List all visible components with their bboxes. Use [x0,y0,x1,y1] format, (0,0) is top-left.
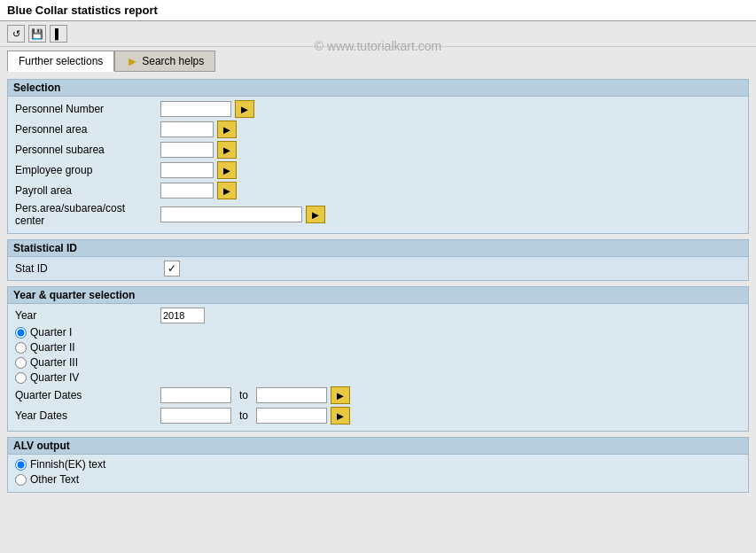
quarter-dates-to-label: to [235,389,253,401]
tab-search-helps[interactable]: ► Search helps [114,51,215,72]
selection-header: Selection [8,80,748,97]
personnel-number-label: Personnel Number [15,103,157,115]
payroll-area-row: Payroll area ► [15,182,741,199]
print-icon[interactable]: ▌ [50,25,67,43]
finnish-ek-radio[interactable] [15,459,27,471]
quarter-i-radio[interactable] [15,327,27,339]
personnel-area-arrow[interactable]: ► [217,121,237,138]
year-dates-to-label: to [235,409,253,422]
finnish-ek-label: Finnish(EK) text [30,458,105,471]
year-input[interactable] [160,308,205,323]
main-content: Selection Personnel Number ► Personnel a… [0,75,756,502]
year-dates-row: Year Dates to ► [15,407,741,424]
payroll-area-input[interactable] [160,183,214,199]
personnel-subarea-row: Personnel subarea ► [15,141,741,159]
personnel-area-row: Personnel area ► [15,121,741,138]
save-icon[interactable]: 💾 [28,25,46,43]
alv-output-body: Finnish(EK) text Other Text [8,455,748,492]
alv-output-section: ALV output Finnish(EK) text Other Text [7,437,749,493]
page-title: Blue Collar statistics report [7,4,158,17]
pers-area-cost-center-input[interactable] [160,206,302,222]
year-label: Year [15,309,157,322]
quarter-dates-to-input[interactable] [256,387,327,403]
quarter-dates-arrow[interactable]: ► [331,386,350,404]
employee-group-arrow[interactable]: ► [217,161,237,179]
quarter-ii-row: Quarter II [15,341,741,354]
personnel-subarea-input[interactable] [160,142,214,158]
quarter-ii-radio[interactable] [15,342,27,354]
year-dates-to-input[interactable] [256,408,327,424]
stat-id-checkbox[interactable]: ✓ [164,261,180,276]
stat-id-label: Stat ID [15,262,157,275]
search-helps-label: Search helps [142,55,204,67]
quarter-dates-row: Quarter Dates to ► [15,386,741,404]
quarter-dates-from-input[interactable] [160,387,231,403]
back-icon[interactable]: ↺ [7,25,25,43]
year-quarter-section: Year & quarter selection Year Quarter I … [7,286,749,432]
employee-group-input[interactable] [160,162,214,178]
pers-area-cost-center-arrow[interactable]: ► [306,206,325,223]
selection-body: Personnel Number ► Personnel area ► Pers… [8,97,748,233]
statistical-id-header: Statistical ID [8,240,748,257]
year-quarter-header: Year & quarter selection [8,287,748,304]
employee-group-row: Employee group ► [15,161,741,179]
title-bar: Blue Collar statistics report [0,0,756,21]
personnel-area-input[interactable] [160,121,214,137]
tab-bar: Further selections ► Search helps [0,47,756,75]
personnel-subarea-label: Personnel subarea [15,144,157,156]
other-text-radio[interactable] [15,474,27,486]
toolbar: ↺ 💾 ▌ [0,21,756,47]
pers-area-cost-center-label: Pers.area/subarea/cost center [15,202,157,227]
personnel-subarea-arrow[interactable]: ► [217,141,237,159]
quarter-iii-label: Quarter III [30,356,78,369]
employee-group-label: Employee group [15,164,157,176]
tab-arrow-icon: ► [126,54,138,68]
personnel-area-label: Personnel area [15,123,157,136]
tab-further-selections[interactable]: Further selections [7,51,114,72]
quarter-dates-label: Quarter Dates [15,389,157,401]
year-dates-from-input[interactable] [160,408,231,424]
quarter-i-row: Quarter I [15,326,741,339]
quarter-iii-row: Quarter III [15,356,741,369]
quarter-iii-radio[interactable] [15,357,27,369]
statistical-id-section: Statistical ID Stat ID ✓ [7,239,749,281]
year-row: Year [15,308,741,323]
other-text-row: Other Text [15,473,741,486]
year-dates-label: Year Dates [15,409,157,422]
personnel-number-input[interactable] [160,101,231,117]
quarter-iv-label: Quarter IV [30,371,79,384]
finnish-ek-row: Finnish(EK) text [15,458,741,471]
payroll-area-arrow[interactable]: ► [217,182,237,199]
payroll-area-label: Payroll area [15,184,157,197]
year-dates-arrow[interactable]: ► [331,407,350,424]
pers-area-cost-center-row: Pers.area/subarea/cost center ► [15,202,741,227]
other-text-label: Other Text [30,473,79,486]
further-selections-label: Further selections [19,55,103,67]
alv-output-header: ALV output [8,438,748,455]
stat-id-row: Stat ID ✓ [8,257,748,280]
quarter-iv-radio[interactable] [15,372,27,384]
quarter-i-label: Quarter I [30,326,72,339]
personnel-number-row: Personnel Number ► [15,100,741,118]
quarter-ii-label: Quarter II [30,341,75,354]
personnel-number-arrow[interactable]: ► [235,100,254,118]
year-quarter-body: Year Quarter I Quarter II Quarter III Qu… [8,304,748,431]
selection-section: Selection Personnel Number ► Personnel a… [7,79,749,234]
quarter-iv-row: Quarter IV [15,371,741,384]
